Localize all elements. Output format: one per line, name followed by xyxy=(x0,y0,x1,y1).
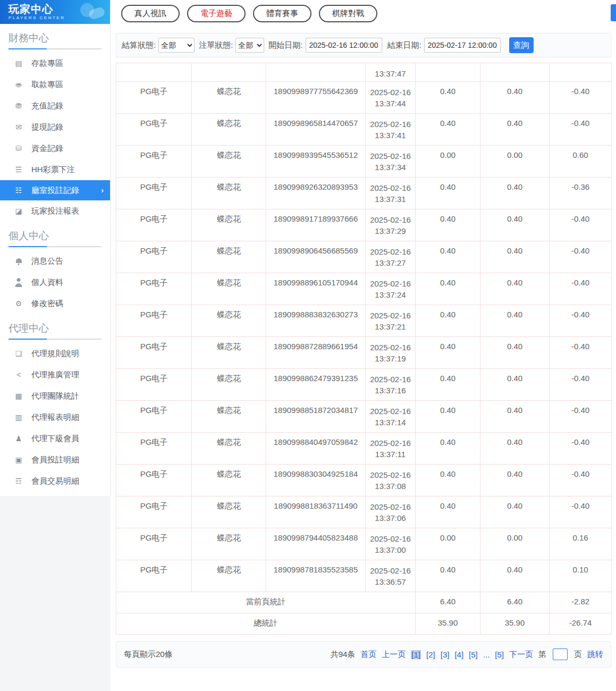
provider-cell: PG电子 xyxy=(116,528,192,560)
page-number-links: [1] [2] [3] [4] [5] ... [5] xyxy=(411,650,504,659)
sidebar-item[interactable]: ⚙ 修改密碼 xyxy=(0,293,110,314)
bet-time-cell: 2025-02-1613:37:06 xyxy=(366,496,416,528)
provider-cell xyxy=(116,63,192,82)
bet-time-cell: 2025-02-1613:37:19 xyxy=(366,337,416,369)
table-row: PG电子 蝶恋花 1890998840497059842 2025-02-161… xyxy=(116,433,612,465)
valid-bet-cell: 0.40 xyxy=(480,433,550,465)
sidebar-item[interactable]: ☰ HH彩票下注 xyxy=(0,159,110,180)
sidebar-item[interactable]: ❏ 代理規則說明 xyxy=(0,343,110,364)
page-number-link[interactable]: [2] xyxy=(426,650,435,659)
sidebar-item[interactable]: ♟ 代理下級會員 xyxy=(0,428,110,449)
room-bet-record-icon: ☷ xyxy=(14,186,23,195)
order-status-label: 注單狀態: xyxy=(199,40,233,50)
sidebar-item[interactable]: 個人資料 xyxy=(0,272,110,293)
first-page-link[interactable]: 首页 xyxy=(360,650,376,660)
sidebar-item-label: 代理團隊統計 xyxy=(31,391,79,401)
bet-amount-cell: 0.40 xyxy=(416,433,480,465)
bet-amount-cell: 0.40 xyxy=(416,273,480,305)
table-row: PG电子 蝶恋花 1890998883832630273 2025-02-161… xyxy=(116,305,612,337)
jump-suffix-label: 页 xyxy=(574,650,582,660)
order-no-cell: 1890998781835523585 xyxy=(266,560,366,592)
win-loss-cell: 0.60 xyxy=(550,146,612,178)
gear-icon: ⚙ xyxy=(14,299,23,308)
prev-page-link[interactable]: 上一页 xyxy=(382,650,406,660)
sidebar-item[interactable]: ⛂ 取款專區 xyxy=(0,74,110,95)
win-loss-cell: -0.40 xyxy=(550,82,612,114)
bet-amount-cell: 0.40 xyxy=(416,209,480,241)
user-icon xyxy=(14,278,23,287)
sidebar-item[interactable]: < 代理推廣管理 xyxy=(0,364,110,385)
bet-amount-cell: 0.00 xyxy=(416,528,480,560)
sidebar-item[interactable]: 消息公告 xyxy=(0,250,110,272)
total-summary-label: 總統計 xyxy=(116,613,416,635)
bet-time-cell: 13:37:47 xyxy=(366,63,416,82)
bet-amount-cell xyxy=(416,63,480,82)
next-page-link[interactable]: 下一页 xyxy=(509,650,533,660)
page-number-link[interactable]: [5] xyxy=(495,650,504,659)
valid-bet-cell: 0.40 xyxy=(480,114,550,146)
game-category-tab[interactable]: 真人視訊 xyxy=(121,5,180,22)
win-loss-cell: -0.40 xyxy=(550,337,612,369)
table-row-partial: 13:37:47 xyxy=(116,63,612,82)
bet-records-table: 13:37:47 PG电子 蝶恋花 1890998977755642369 20… xyxy=(116,63,612,635)
sidebar-item[interactable]: ☷ 廳室投註記錄 › xyxy=(0,180,110,200)
game-cell: 蝶恋花 xyxy=(192,433,266,465)
game-cell: 蝶恋花 xyxy=(192,337,266,369)
game-cell: 蝶恋花 xyxy=(192,114,266,146)
valid-bet-cell: 0.40 xyxy=(480,209,550,241)
provider-cell: PG电子 xyxy=(116,146,192,178)
jump-button[interactable]: 跳转 xyxy=(587,650,603,660)
jump-page-input[interactable] xyxy=(553,648,568,660)
order-status-select[interactable]: 全部 xyxy=(235,38,264,53)
game-category-tab[interactable]: 體育賽事 xyxy=(253,5,311,22)
sidebar-item-label: 充值記錄 xyxy=(31,101,63,111)
sidebar-item[interactable]: ◪ 玩家投注報表 xyxy=(0,200,110,222)
page-number-link[interactable]: ... xyxy=(483,650,490,659)
bet-amount-cell: 0.40 xyxy=(416,178,480,209)
page-summary-bet: 6.40 xyxy=(416,592,480,613)
finance-nav: ▤ 存款專區 ⛂ 取款專區 ⛃ 充值記錄 xyxy=(0,53,110,222)
search-button[interactable]: 查詢 xyxy=(509,37,534,53)
provider-cell: PG电子 xyxy=(116,241,192,273)
page-size-text: 每頁顯示20條 xyxy=(124,650,173,660)
order-no-cell: 1890998917189937666 xyxy=(266,209,366,241)
bet-amount-cell: 0.40 xyxy=(416,369,480,401)
game-category-tab[interactable]: 棋牌對戰 xyxy=(319,5,377,22)
win-loss-cell: 0.10 xyxy=(550,560,612,592)
total-summary-bet: 35.90 xyxy=(416,613,480,635)
sidebar-item[interactable]: ✉ 提現記錄 xyxy=(0,116,110,138)
sidebar-item[interactable]: ▥ 代理報表明細 xyxy=(0,407,110,428)
sidebar-item[interactable]: ⛃ 充值記錄 xyxy=(0,95,110,116)
sidebar-item[interactable]: ▦ 代理團隊統計 xyxy=(0,385,110,407)
sidebar-item[interactable]: ▤ 存款專區 xyxy=(0,53,110,74)
valid-bet-cell: 0.40 xyxy=(480,337,550,369)
provider-cell: PG电子 xyxy=(116,273,192,305)
order-no-cell: 1890998818363711490 xyxy=(266,496,366,528)
order-no-cell: 1890998965814470657 xyxy=(266,114,366,146)
page-number-link[interactable]: [1] xyxy=(411,650,421,659)
settle-status-select[interactable]: 全部 xyxy=(158,38,195,53)
floating-widget[interactable] xyxy=(611,4,616,21)
sidebar-item[interactable]: ▣ 會員投註明細 xyxy=(0,449,110,470)
sidebar-item[interactable]: ☶ 會員交易明細 xyxy=(0,470,110,492)
valid-bet-cell: 0.40 xyxy=(480,305,550,337)
page-number-link[interactable]: [4] xyxy=(454,650,463,659)
page-number-link[interactable]: [5] xyxy=(469,650,478,659)
end-date-input[interactable] xyxy=(424,38,501,53)
bet-amount-cell: 0.40 xyxy=(416,305,480,337)
order-no-cell: 1890998977755642369 xyxy=(266,82,366,114)
total-count: 共94条 xyxy=(331,650,356,660)
member-transaction-icon: ☶ xyxy=(14,477,23,486)
withdrawal-record-icon: ✉ xyxy=(14,123,23,132)
order-no-cell: 1890998896105170944 xyxy=(266,273,366,305)
sidebar-item-label: 代理下級會員 xyxy=(31,434,79,444)
sidebar-item[interactable]: ⛁ 資金記錄 xyxy=(0,138,110,159)
page-number-link[interactable]: [3] xyxy=(441,650,450,659)
section-title-personal: 個人中心 xyxy=(0,222,110,246)
game-cell: 蝶恋花 xyxy=(192,209,266,241)
bet-amount-cell: 0.00 xyxy=(416,146,480,178)
sidebar-item-label: 會員投註明細 xyxy=(31,455,79,465)
valid-bet-cell: 0.40 xyxy=(480,496,550,528)
start-date-input[interactable] xyxy=(306,38,382,53)
game-category-tab[interactable]: 電子遊藝 xyxy=(187,5,246,22)
